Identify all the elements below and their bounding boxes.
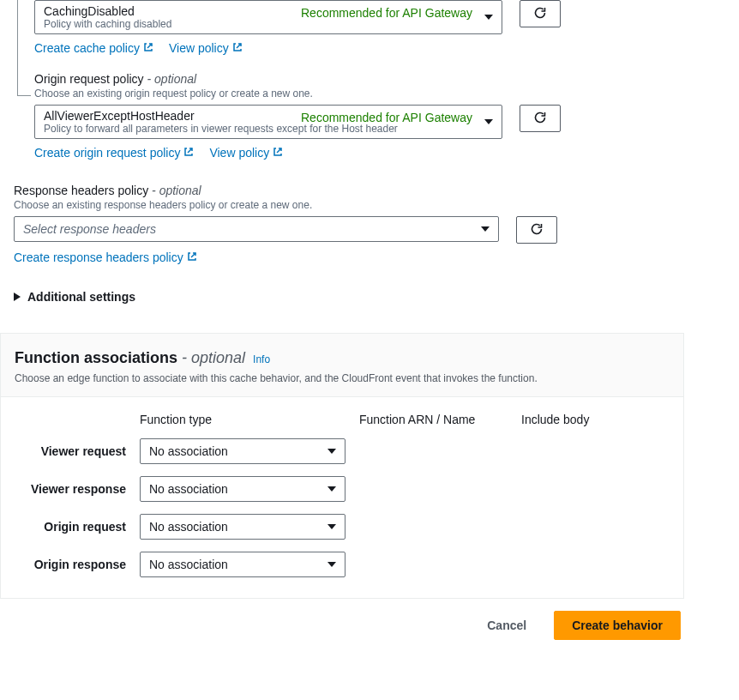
origin-request-policy-selected-desc: Policy to forward all parameters in view… [44, 123, 493, 135]
origin-request-policy-badge: Recommended for API Gateway [301, 111, 472, 124]
external-link-icon [143, 41, 153, 55]
function-associations-info-link[interactable]: Info [253, 353, 270, 365]
create-behavior-button[interactable]: Create behavior [554, 611, 681, 640]
response-headers-policy-select[interactable]: Select response headers [14, 216, 499, 242]
additional-settings-toggle[interactable]: Additional settings [14, 287, 684, 317]
refresh-cache-policy-button[interactable] [520, 0, 561, 27]
function-associations-desc: Choose an edge function to associate wit… [15, 372, 670, 384]
origin-request-function-type-select[interactable]: No association [140, 514, 345, 540]
create-cache-policy-link[interactable]: Create cache policy [34, 41, 153, 55]
caret-down-icon [484, 119, 493, 124]
row-label-origin-response: Origin response [15, 558, 126, 571]
create-response-headers-policy-link[interactable]: Create response headers policy [14, 250, 197, 264]
column-function-arn: Function ARN / Name [359, 413, 508, 426]
column-function-type: Function type [140, 413, 345, 426]
origin-request-policy-select[interactable]: AllViewerExceptHostHeader Policy to forw… [34, 105, 502, 139]
refresh-origin-request-policy-button[interactable] [520, 105, 561, 132]
response-headers-policy-placeholder: Select response headers [23, 222, 490, 236]
cache-policy-selected-desc: Policy with caching disabled [44, 18, 493, 30]
refresh-icon [530, 222, 544, 238]
caret-down-icon [327, 449, 336, 454]
viewer-response-function-type-select[interactable]: No association [140, 476, 345, 502]
row-label-origin-request: Origin request [15, 520, 126, 534]
origin-request-policy-label: Origin request policy - optional [34, 72, 684, 86]
viewer-request-function-type-select[interactable]: No association [140, 438, 345, 464]
create-origin-request-policy-link[interactable]: Create origin request policy [34, 146, 194, 160]
refresh-icon [533, 111, 547, 127]
function-associations-panel: Function associations - optional Info Ch… [0, 333, 684, 598]
cache-policy-select[interactable]: CachingDisabled Policy with caching disa… [34, 0, 502, 34]
row-label-viewer-request: Viewer request [15, 444, 126, 458]
cancel-button[interactable]: Cancel [470, 611, 544, 640]
view-origin-request-policy-link[interactable]: View policy [209, 146, 283, 160]
refresh-icon [533, 6, 547, 22]
view-cache-policy-link[interactable]: View policy [169, 41, 243, 55]
external-link-icon [273, 146, 283, 160]
cache-policy-badge: Recommended for API Gateway [301, 6, 472, 20]
origin-request-policy-desc: Choose an existing origin request policy… [34, 88, 684, 100]
external-link-icon [187, 250, 197, 264]
caret-down-icon [481, 226, 490, 232]
caret-down-icon [327, 562, 336, 567]
column-include-body: Include body [521, 413, 670, 426]
row-label-viewer-response: Viewer response [15, 482, 126, 496]
caret-down-icon [484, 15, 493, 20]
caret-down-icon [327, 524, 336, 529]
origin-response-function-type-select[interactable]: No association [140, 552, 345, 577]
caret-right-icon [14, 290, 21, 304]
external-link-icon [232, 41, 243, 55]
caret-down-icon [327, 486, 336, 492]
refresh-response-headers-policy-button[interactable] [516, 216, 557, 244]
external-link-icon [183, 146, 194, 160]
function-associations-title: Function associations - optional [15, 349, 249, 366]
response-headers-policy-label: Response headers policy - optional [14, 184, 684, 197]
response-headers-policy-desc: Choose an existing response headers poli… [14, 199, 684, 211]
